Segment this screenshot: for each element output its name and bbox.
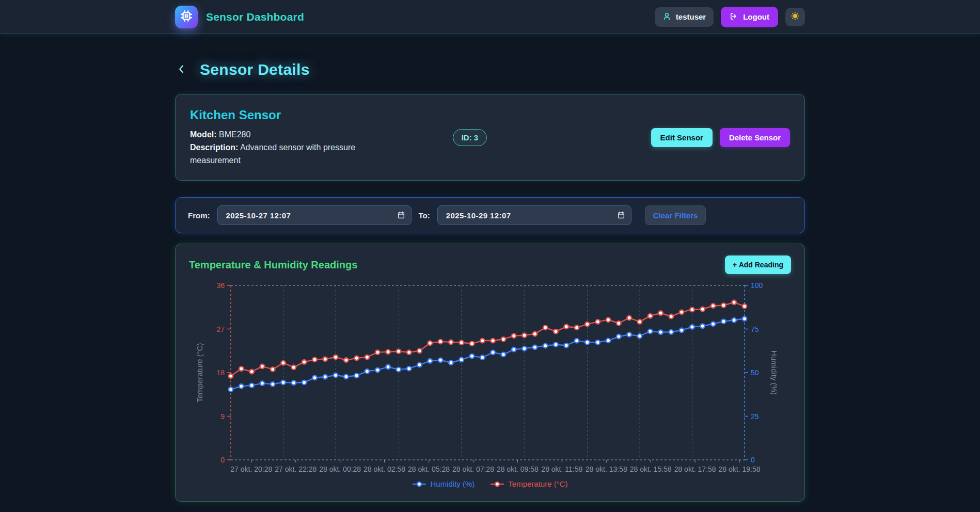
app-header: Sensor Dashboard testuser bbox=[0, 0, 980, 34]
svg-text:100: 100 bbox=[751, 281, 763, 290]
sensor-details-card: Kitchen Sensor Model: BME280 Description… bbox=[175, 94, 805, 181]
svg-text:28 okt. 05:28: 28 okt. 05:28 bbox=[408, 465, 450, 473]
to-label: To: bbox=[419, 211, 430, 220]
user-icon bbox=[662, 12, 671, 22]
date-filter-bar: From: To: Clear Filters bbox=[175, 197, 805, 233]
legend-item[interactable]: Temperature (°C) bbox=[490, 479, 567, 488]
svg-text:0: 0 bbox=[220, 456, 225, 464]
from-datetime-input[interactable] bbox=[217, 205, 412, 225]
username: testuser bbox=[676, 12, 706, 21]
readings-chart[interactable]: 09182736025507510027 okt. 20:2827 okt. 2… bbox=[189, 278, 791, 488]
sensor-model-line: Model: BME280 bbox=[190, 129, 371, 141]
svg-text:28 okt. 09:58: 28 okt. 09:58 bbox=[497, 465, 539, 473]
add-reading-button[interactable]: + Add Reading bbox=[725, 255, 791, 274]
cpu-icon bbox=[180, 9, 193, 25]
logout-icon bbox=[730, 12, 738, 22]
svg-text:75: 75 bbox=[751, 325, 759, 333]
chart-canvas[interactable]: 09182736025507510027 okt. 20:2827 okt. 2… bbox=[189, 278, 792, 478]
brand: Sensor Dashboard bbox=[175, 6, 304, 28]
svg-text:Humidity (%): Humidity (%) bbox=[770, 350, 779, 395]
svg-text:9: 9 bbox=[220, 412, 225, 421]
clear-filters-button[interactable]: Clear Filters bbox=[645, 205, 706, 225]
svg-text:27 okt. 22:28: 27 okt. 22:28 bbox=[275, 465, 317, 473]
sensor-description-line: Description: Advanced sensor with pressu… bbox=[190, 141, 371, 167]
to-datetime-input[interactable] bbox=[437, 205, 631, 225]
svg-text:36: 36 bbox=[216, 281, 225, 290]
logout-label: Logout bbox=[743, 12, 769, 21]
app-title: Sensor Dashboard bbox=[206, 11, 304, 23]
svg-text:18: 18 bbox=[216, 369, 225, 377]
svg-text:50: 50 bbox=[751, 369, 759, 377]
legend-marker-icon bbox=[490, 481, 504, 487]
logout-button[interactable]: Logout bbox=[721, 7, 778, 27]
svg-text:28 okt. 00:28: 28 okt. 00:28 bbox=[319, 465, 361, 473]
app-logo bbox=[175, 6, 198, 28]
svg-text:0: 0 bbox=[751, 456, 755, 464]
svg-text:28 okt. 07:28: 28 okt. 07:28 bbox=[452, 465, 494, 473]
user-chip[interactable]: testuser bbox=[655, 7, 714, 27]
chart-legend: Humidity (%)Temperature (°C) bbox=[189, 479, 791, 488]
readings-chart-card: Temperature & Humidity Readings + Add Re… bbox=[175, 244, 805, 502]
theme-toggle-button[interactable] bbox=[785, 8, 805, 26]
svg-text:28 okt. 13:58: 28 okt. 13:58 bbox=[586, 465, 627, 473]
chevron-left-icon bbox=[176, 62, 187, 77]
sensor-id-badge: ID: 3 bbox=[453, 129, 487, 146]
sensor-name: Kitchen Sensor bbox=[190, 108, 371, 122]
svg-text:28 okt. 17:58: 28 okt. 17:58 bbox=[674, 465, 716, 473]
svg-text:25: 25 bbox=[751, 412, 759, 421]
legend-marker-icon bbox=[412, 481, 426, 487]
delete-sensor-button[interactable]: Delete Sensor bbox=[720, 128, 790, 147]
svg-text:28 okt. 02:58: 28 okt. 02:58 bbox=[363, 465, 405, 473]
sensor-description-label: Description: bbox=[190, 143, 238, 152]
svg-text:27: 27 bbox=[216, 325, 225, 333]
legend-label: Humidity (%) bbox=[430, 479, 475, 488]
svg-text:27 okt. 20:28: 27 okt. 20:28 bbox=[230, 465, 272, 473]
back-button[interactable] bbox=[175, 61, 188, 78]
svg-text:28 okt. 19:58: 28 okt. 19:58 bbox=[719, 465, 761, 473]
svg-text:28 okt. 11:58: 28 okt. 11:58 bbox=[541, 465, 582, 473]
svg-text:28 okt. 15:58: 28 okt. 15:58 bbox=[630, 465, 672, 473]
main-content: Sensor Details Kitchen Sensor Model: BME… bbox=[175, 61, 805, 502]
page-title: Sensor Details bbox=[200, 61, 310, 78]
sun-icon bbox=[791, 11, 800, 22]
legend-label: Temperature (°C) bbox=[508, 479, 567, 488]
sensor-model-label: Model: bbox=[190, 130, 217, 139]
chart-title: Temperature & Humidity Readings bbox=[189, 259, 357, 271]
svg-text:Temperature (°C): Temperature (°C) bbox=[195, 343, 204, 403]
edit-sensor-button[interactable]: Edit Sensor bbox=[651, 128, 713, 147]
from-label: From: bbox=[188, 211, 210, 220]
legend-item[interactable]: Humidity (%) bbox=[412, 479, 475, 488]
sensor-model-value: BME280 bbox=[219, 130, 250, 139]
